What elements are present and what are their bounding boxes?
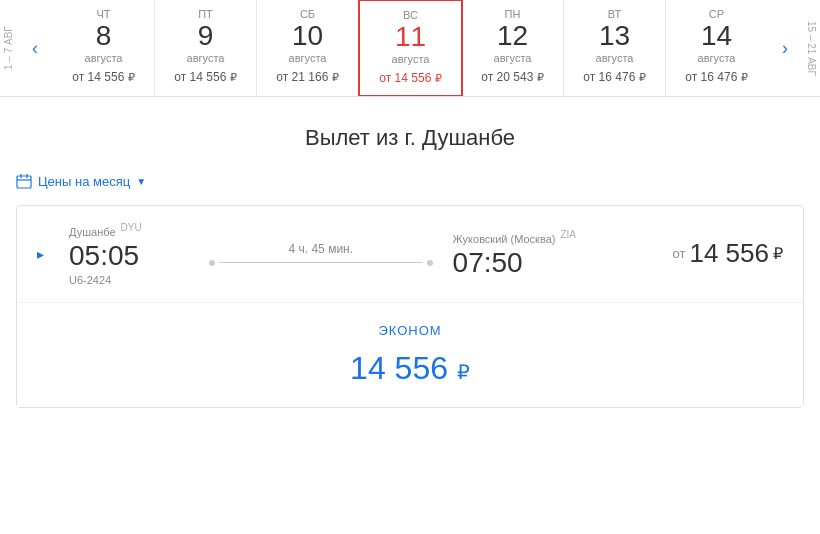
duration-dot-right (427, 260, 433, 266)
date-col-8[interactable]: ЧТ 8 августа от 14 556 ₽ (53, 0, 155, 96)
date-col-12[interactable]: ПН 12 августа от 20 543 ₽ (462, 0, 564, 96)
page-title: Вылет из г. Душанбе (0, 125, 820, 151)
arrival-block: Жуковский (Москва) ZIA 07:50 (453, 229, 653, 279)
fare-ruble-sign: ₽ (457, 361, 470, 383)
departure-block: Душанбе DYU 05:05 U6-2424 (69, 222, 189, 286)
week-label-right: 15 – 21 АВГ (803, 0, 820, 96)
date-price: от 14 556 ₽ (174, 70, 236, 84)
date-col-14[interactable]: СР 14 августа от 16 476 ₽ (666, 0, 767, 96)
flight-price: 14 556 (689, 238, 769, 269)
duration-dot-left (209, 260, 215, 266)
date-strip: ЧТ 8 августа от 14 556 ₽ ПТ 9 августа от… (53, 0, 767, 96)
month-name: августа (596, 52, 634, 64)
arrival-airport-code: ZIA (560, 229, 576, 240)
date-col-13[interactable]: ВТ 13 августа от 16 476 ₽ (564, 0, 666, 96)
page-title-section: Вылет из г. Душанбе (0, 97, 820, 169)
price-from-label: от (673, 246, 686, 261)
duration-text: 4 ч. 45 мин. (289, 242, 354, 256)
month-name: августа (392, 53, 430, 65)
month-prices-button[interactable]: Цены на месяц ▼ (16, 169, 146, 193)
date-price: от 20 543 ₽ (481, 70, 543, 84)
flight-row[interactable]: ▸ Душанбе DYU 05:05 U6-2424 4 ч. 45 мин.… (17, 206, 803, 303)
day-number: 14 (701, 22, 732, 50)
date-col-9[interactable]: ПТ 9 августа от 14 556 ₽ (155, 0, 257, 96)
fare-section: ЭКОНОМ 14 556 ₽ (17, 303, 803, 407)
day-name: СР (709, 8, 724, 20)
date-price: от 16 476 ₽ (583, 70, 645, 84)
next-week-arrow[interactable]: › (767, 0, 803, 96)
date-strip-wrapper: 1 – 7 АВГ ‹ ЧТ 8 августа от 14 556 ₽ ПТ … (0, 0, 820, 97)
calendar-icon (16, 173, 32, 189)
week-label-left: 1 – 7 АВГ (0, 0, 17, 96)
departure-airport-code: DYU (121, 222, 142, 233)
day-name: ПТ (198, 8, 213, 20)
day-name: СБ (300, 8, 315, 20)
arrival-city-label: Жуковский (Москва) ZIA (453, 229, 653, 245)
flight-number: U6-2424 (69, 274, 189, 286)
date-col-11[interactable]: ВС 11 августа от 14 556 ₽ (358, 0, 463, 96)
fare-price-display: 14 556 ₽ (37, 350, 783, 387)
date-price: от 21 166 ₽ (276, 70, 338, 84)
day-number: 13 (599, 22, 630, 50)
duration-line (219, 262, 423, 263)
day-number: 8 (96, 22, 112, 50)
flight-section: ▸ Душанбе DYU 05:05 U6-2424 4 ч. 45 мин.… (16, 205, 804, 408)
day-name: ЧТ (96, 8, 110, 20)
date-price: от 14 556 ₽ (72, 70, 134, 84)
month-name: августа (85, 52, 123, 64)
chevron-down-icon: ▼ (136, 176, 146, 187)
prev-week-arrow[interactable]: ‹ (17, 0, 53, 96)
fare-class-label: ЭКОНОМ (37, 323, 783, 338)
svg-rect-0 (17, 176, 31, 188)
flight-ruble-sign: ₽ (773, 244, 783, 263)
day-number: 11 (395, 23, 426, 51)
departure-city-label: Душанбе DYU (69, 222, 189, 238)
date-col-10[interactable]: СБ 10 августа от 21 166 ₽ (257, 0, 359, 96)
month-name: августа (289, 52, 327, 64)
departure-time: 05:05 (69, 240, 189, 272)
month-name: августа (494, 52, 532, 64)
day-number: 9 (198, 22, 214, 50)
duration-block: 4 ч. 45 мин. (209, 242, 433, 266)
flight-price-block: от 14 556 ₽ (673, 238, 783, 269)
arrival-time: 07:50 (453, 247, 653, 279)
flight-direction-marker: ▸ (37, 246, 49, 262)
fare-price: 14 556 (350, 350, 448, 386)
day-number: 12 (497, 22, 528, 50)
date-price: от 16 476 ₽ (685, 70, 747, 84)
day-number: 10 (292, 22, 323, 50)
day-name: ВС (403, 9, 418, 21)
month-prices-label: Цены на месяц (38, 174, 130, 189)
day-name: ПН (505, 8, 521, 20)
month-name: августа (698, 52, 736, 64)
day-name: ВТ (608, 8, 621, 20)
month-name: августа (187, 52, 225, 64)
date-price: от 14 556 ₽ (379, 71, 441, 85)
